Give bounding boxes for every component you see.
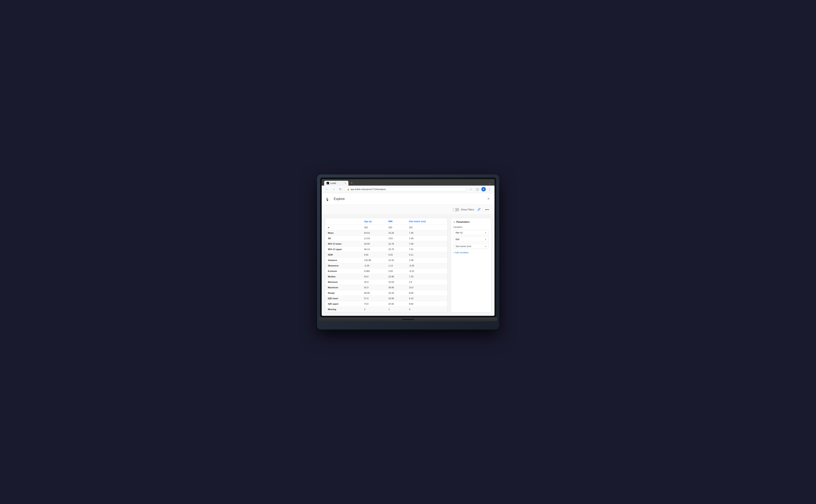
row-bmi-value: 20.90 — [386, 296, 406, 301]
table-row: Maximum91.038.8610.0 — [325, 285, 447, 290]
chevron-down-icon-3: ∨ — [485, 245, 486, 247]
row-bmi-value: 15.53 — [386, 279, 406, 285]
row-tumor-value: -0.20 — [406, 263, 447, 268]
row-tumor-value: 6.10 — [406, 296, 447, 301]
refresh-button[interactable]: ↻ — [338, 187, 343, 192]
row-tumor-value: 7.20 — [406, 274, 447, 279]
page-title: Explore — [334, 197, 484, 201]
row-bmi-value: 1 — [386, 307, 406, 312]
row-label: Range — [325, 290, 361, 296]
row-bmi-value: 23.26 — [386, 230, 406, 236]
row-label: SEM — [325, 252, 361, 258]
row-age-value: 25.0 — [361, 279, 386, 285]
row-age-value: 2 — [361, 307, 386, 312]
row-tumor-value: 8.00 — [406, 290, 447, 296]
row-label: Median — [325, 274, 361, 279]
row-label: n — [325, 225, 361, 230]
variable-1-label: Age (y) — [456, 231, 463, 234]
table-row: Skewness-0.291.13-0.20 — [325, 263, 447, 268]
lock-icon: 🔒 — [347, 188, 349, 190]
content-area: Age (y) BMI Size tumor (cm) n202203201Me… — [322, 215, 494, 316]
table-row: n202203201 — [325, 225, 447, 230]
back-button[interactable]: ← — [324, 187, 329, 192]
table-row: SD11.533.521.58 — [325, 236, 447, 241]
table-row: Variance132.9812.422.48 — [325, 258, 447, 263]
edit-button[interactable] — [476, 207, 482, 212]
variable-dropdown-2[interactable]: BMI ∨ — [453, 237, 489, 242]
row-label: Missing — [325, 307, 361, 312]
row-age-value: 11.53 — [361, 236, 386, 241]
table-row: Minimum25.015.532.0 — [325, 279, 447, 285]
svg-text:L: L — [327, 182, 328, 184]
table-row: Kurtosis0.0652.83-0.22 — [325, 268, 447, 274]
row-tumor-value: 8.60 — [406, 301, 447, 307]
row-bmi-value: 23.33 — [386, 290, 406, 296]
variable-dropdown-1[interactable]: Age (y) ∨ — [453, 230, 489, 235]
row-label: Mean — [325, 230, 361, 236]
row-label: Minimum — [325, 279, 361, 285]
row-tumor-value: 7.08 — [406, 241, 447, 247]
screenshot-button[interactable]: ⬜ — [474, 187, 480, 192]
row-tumor-value: 2.0 — [406, 279, 447, 285]
browser-tab-ledidi[interactable]: L Ledidi × — [324, 181, 348, 186]
row-age-value: 62.93 — [361, 241, 386, 247]
row-bmi-value: 1.13 — [386, 263, 406, 268]
app-header: L Explore × — [322, 193, 494, 205]
tab-label: Ledidi — [330, 182, 336, 184]
avatar[interactable]: A — [481, 187, 486, 191]
toolbar: Show Filters ••• — [322, 205, 494, 215]
row-label: Skewness — [325, 263, 361, 268]
svg-point-2 — [327, 200, 328, 201]
col-header-bmi: BMI — [386, 218, 406, 225]
row-label: IQR upper — [325, 301, 361, 307]
browser-menu-button[interactable]: ⌄ — [487, 181, 492, 186]
collapse-icon[interactable]: ∧ — [453, 221, 455, 223]
show-filters-toggle[interactable] — [453, 208, 459, 211]
row-age-value: 0.81 — [361, 252, 386, 258]
address-bar[interactable]: 🔒 app.ledidi.no/projects/7134/analysis — [344, 187, 467, 191]
row-label: 95% CI upper — [325, 247, 361, 252]
close-button[interactable]: × — [487, 196, 490, 202]
variable-dropdown-3[interactable]: Size tumor (cm) ∨ — [453, 244, 489, 249]
row-age-value: 57.0 — [361, 296, 386, 301]
row-bmi-value: 203 — [386, 225, 406, 230]
table-header-row: Age (y) BMI Size tumor (cm) — [325, 218, 447, 225]
show-filters-toggle-container: Show Filters — [453, 208, 474, 211]
chevron-down-icon-2: ∨ — [485, 238, 486, 241]
col-header-tumor: Size tumor (cm) — [406, 218, 447, 225]
row-bmi-value: 0.25 — [386, 252, 406, 258]
panel-title: Parameters — [456, 221, 470, 223]
row-tumor-value: -0.22 — [406, 268, 447, 274]
row-label: Kurtosis — [325, 268, 361, 274]
show-filters-label: Show Filters — [461, 208, 474, 211]
row-tumor-value: 10.0 — [406, 285, 447, 290]
row-bmi-value: 3.52 — [386, 236, 406, 241]
row-bmi-value: 2.83 — [386, 268, 406, 274]
app-container: L Explore × Show Filters — [322, 193, 494, 316]
row-tumor-value: 7.30 — [406, 230, 447, 236]
row-age-value: 202 — [361, 225, 386, 230]
bookmark-button[interactable]: ☆ — [468, 187, 473, 192]
parameters-panel: ∧ Parameters Variables Age (y) ∨ BMI ∨ — [451, 218, 491, 313]
table-row: Missing213 — [325, 307, 447, 312]
variable-2-label: BMI — [456, 238, 460, 241]
row-label: IQR lower — [325, 296, 361, 301]
table-row: 95% CI upper66.1323.757.51 — [325, 247, 447, 252]
table-row: Median63.022.867.20 — [325, 274, 447, 279]
table-row: SEM0.810.250.11 — [325, 252, 447, 258]
navigation-bar: ← → ↻ 🔒 app.ledidi.no/projects/7134/anal… — [322, 186, 494, 193]
row-tumor-value: 0.11 — [406, 252, 447, 258]
forward-button[interactable]: → — [331, 187, 336, 192]
more-options-button[interactable]: ••• — [484, 207, 490, 212]
row-label: 95% CI lower — [325, 241, 361, 247]
row-age-value: 91.0 — [361, 285, 386, 290]
tab-close-button[interactable]: × — [345, 182, 346, 184]
table-row: Range66.0023.338.00 — [325, 290, 447, 296]
row-age-value: -0.29 — [361, 263, 386, 268]
browser-menu-dots[interactable]: ⋮ — [487, 187, 492, 192]
row-bmi-value: 22.78 — [386, 241, 406, 247]
add-variables-button[interactable]: + Add variables — [453, 250, 469, 255]
tab-favicon: L — [327, 182, 329, 184]
new-tab-button[interactable]: + — [349, 180, 354, 186]
row-tumor-value: 2.48 — [406, 258, 447, 263]
